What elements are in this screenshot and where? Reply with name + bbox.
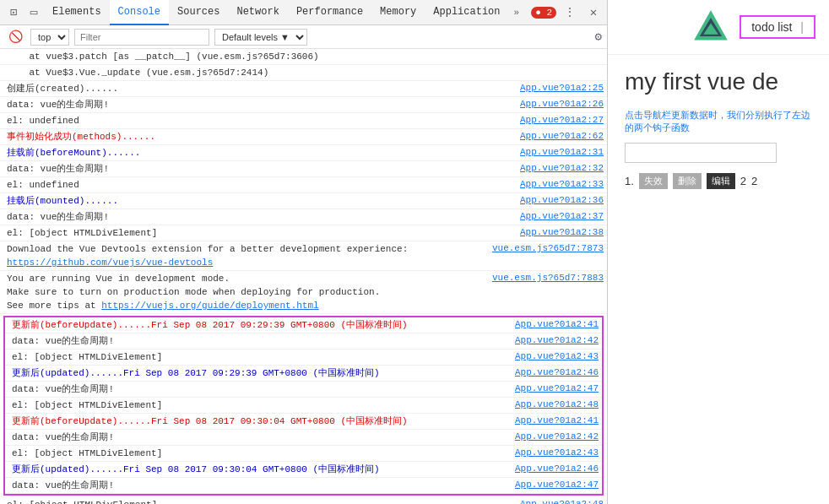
settings-icon[interactable]: ⚙: [595, 30, 602, 44]
console-line: data: vue的生命周期! App.vue?01a2:37: [0, 209, 607, 225]
console-line: el: undefined App.vue?01a2:33: [0, 177, 607, 193]
tab-console[interactable]: Console: [110, 0, 169, 25]
console-line: 挂载后(mounted)...... App.vue?01a2:36: [0, 193, 607, 209]
devtools-cursor-icon[interactable]: ⊡: [3, 3, 24, 23]
app-title: my first vue de: [625, 68, 812, 95]
console-line: data: vue的生命周期! App.vue?01a2:32: [0, 161, 607, 177]
todo-list-badge: todo list |: [740, 15, 815, 39]
tab-application[interactable]: Application: [425, 0, 508, 25]
highlighted-block-1: 更新前(beforeUpdate)......Fri Sep 08 2017 0…: [3, 316, 604, 496]
console-line: el: [object HTMLDivElement] App.vue?01a2…: [0, 225, 607, 241]
tab-performance[interactable]: Performance: [288, 0, 371, 25]
error-badge: ● 2: [531, 7, 556, 19]
more-options-icon[interactable]: ⋮: [560, 3, 580, 23]
console-line: 更新后(updated)......Fri Sep 08 2017 09:30:…: [5, 462, 602, 478]
tab-elements[interactable]: Elements: [44, 0, 110, 25]
edit-button[interactable]: 编辑: [707, 173, 735, 189]
console-line: at Vue$3.Vue._update (vue.esm.js?65d7:24…: [0, 65, 607, 81]
console-line: data: vue的生命周期! App.vue?01a2:47: [5, 382, 602, 398]
tab-more[interactable]: »: [509, 4, 525, 21]
context-select[interactable]: top: [30, 29, 69, 46]
console-line: 更新后(updated)......Fri Sep 08 2017 09:29:…: [5, 366, 602, 382]
console-line: Download the Vue Devtools extension for …: [0, 241, 607, 271]
console-line: data: vue的生命周期! App.vue?01a2:42: [5, 333, 602, 350]
console-line: el: [object HTMLDivElement] App.vue?01a2…: [5, 446, 602, 462]
console-line: 创建后(created)...... App.vue?01a2:25: [0, 81, 607, 97]
todo-input[interactable]: [625, 143, 777, 163]
tab-sources[interactable]: Sources: [169, 0, 228, 25]
tab-network[interactable]: Network: [228, 0, 287, 25]
console-line: el: [object HTMLDivElement] App.vue?01a2…: [5, 350, 602, 366]
close-devtools-icon[interactable]: ✕: [583, 3, 604, 23]
app-content: my first vue de 点击导航栏更新数据时，我们分别执行了左边的两个钩…: [608, 55, 829, 206]
console-line: data: vue的生命周期! App.vue?01a2:26: [0, 97, 607, 113]
filter-input[interactable]: [74, 29, 209, 46]
tab-actions: ● 2 ⋮ ✕: [531, 3, 604, 23]
console-line: el: undefined App.vue?01a2:27: [0, 113, 607, 129]
update-note: 点击导航栏更新数据时，我们分别执行了左边的两个钩子函数: [625, 109, 812, 134]
delete-button[interactable]: 删除: [673, 173, 702, 189]
console-line: 挂载前(beforeMount)...... App.vue?01a2:31: [0, 145, 607, 161]
vue-logo: [692, 8, 729, 46]
console-line: 更新前(beforeUpdate)......Fri Sep 08 2017 0…: [5, 317, 602, 333]
clear-console-icon[interactable]: 🚫: [5, 27, 25, 47]
console-line: at vue$3.patch [as __patch__] (vue.esm.j…: [0, 49, 607, 65]
devtools-device-icon[interactable]: ▭: [24, 3, 44, 23]
fail-button[interactable]: 失效: [639, 173, 668, 189]
console-line: 更新前(beforeUpdate)......Fri Sep 08 2017 0…: [5, 414, 602, 430]
todo-item: 1. 失效 删除 编辑 2 2: [625, 173, 812, 189]
level-select[interactable]: Default levels ▼: [214, 29, 307, 46]
console-line: 事件初始化成功(methods)...... App.vue?01a2:62: [0, 129, 607, 145]
devtools-panel: ⊡ ▭ Elements Console Sources Network Per…: [0, 0, 608, 504]
console-line: el: [object HTMLDivElement] App.vue?01a2…: [0, 497, 607, 504]
devtools-tab-bar: ⊡ ▭ Elements Console Sources Network Per…: [0, 0, 607, 25]
app-panel: todo list | my first vue de 点击导航栏更新数据时，我…: [608, 0, 829, 504]
console-toolbar: 🚫 top Default levels ▼ ⚙: [0, 25, 607, 49]
tab-memory[interactable]: Memory: [371, 0, 425, 25]
console-line: data: vue的生命周期! App.vue?01a2:42: [5, 430, 602, 446]
console-line: data: vue的生命周期! App.vue?01a2:47: [5, 478, 602, 494]
console-line: You are running Vue in development mode.…: [0, 271, 607, 314]
console-output[interactable]: at vue$3.patch [as __patch__] (vue.esm.j…: [0, 49, 607, 504]
console-line: el: [object HTMLDivElement] App.vue?01a2…: [5, 398, 602, 414]
